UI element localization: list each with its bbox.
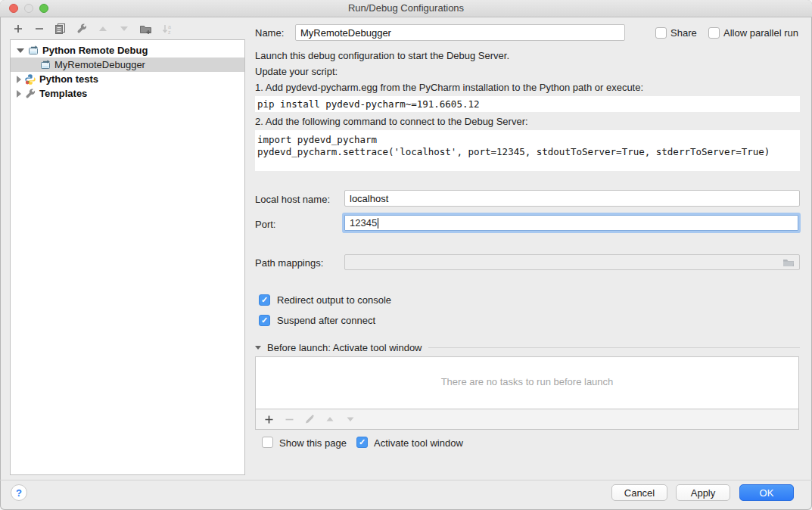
- port-input[interactable]: 12345: [344, 215, 798, 231]
- local-host-name-label: Local host name:: [255, 194, 330, 205]
- chevron-down-icon[interactable]: [255, 346, 261, 350]
- port-value: 12345: [350, 217, 377, 229]
- move-up-icon: [97, 23, 109, 35]
- apply-button[interactable]: Apply: [676, 484, 730, 501]
- check-icon: ✓: [359, 437, 366, 447]
- text-caret: [378, 218, 378, 229]
- move-down-icon: [118, 23, 130, 35]
- allow-parallel-run-label: Allow parallel run: [723, 27, 798, 39]
- move-task-up-icon: [324, 413, 336, 425]
- update-script-text: Update your script:: [255, 66, 338, 77]
- ok-button[interactable]: OK: [739, 484, 794, 501]
- name-input[interactable]: [295, 24, 625, 41]
- redirect-output-checkbox[interactable]: ✓: [259, 294, 270, 306]
- tree-item-label: Templates: [39, 88, 87, 99]
- add-task-icon[interactable]: [263, 413, 275, 425]
- before-launch-toolbar: [255, 409, 799, 430]
- tree-item-label: Python tests: [39, 73, 98, 85]
- show-this-page-label: Show this page: [279, 437, 347, 449]
- allow-parallel-run-checkbox[interactable]: [708, 27, 720, 39]
- python-tests-icon: [24, 73, 36, 86]
- run-debug-configurations-dialog: Run/Debug Configurations: [0, 0, 812, 510]
- remove-task-icon: [283, 413, 295, 425]
- cancel-button-label: Cancel: [624, 487, 655, 499]
- help-button[interactable]: ?: [11, 484, 27, 501]
- sort-configurations-icon: a z: [160, 23, 173, 35]
- path-mappings-input[interactable]: [344, 254, 800, 270]
- path-mappings-label: Path mappings:: [255, 257, 323, 269]
- show-this-page-checkbox[interactable]: [262, 437, 273, 448]
- code-line-1: import pydevd_pycharm: [257, 134, 377, 145]
- remove-icon[interactable]: [33, 23, 45, 35]
- chevron-down-icon[interactable]: [17, 48, 24, 53]
- check-icon: ✓: [261, 316, 268, 325]
- before-launch-section-header[interactable]: Before launch: Activate tool window: [255, 342, 800, 353]
- wrench-icon: [24, 88, 36, 100]
- pip-command-code: pip install pydevd-pycharm~=191.6605.12: [255, 96, 800, 112]
- tree-item-python-remote-debug[interactable]: Python Remote Debug: [11, 43, 244, 58]
- port-label: Port:: [255, 219, 275, 230]
- tree-item-label: Python Remote Debug: [42, 45, 148, 56]
- step2-text: 2. Add the following command to connect …: [255, 116, 528, 127]
- before-launch-title: Before launch: Activate tool window: [267, 342, 422, 353]
- before-launch-task-list[interactable]: There are no tasks to run before launch: [255, 356, 799, 409]
- share-checkbox[interactable]: [655, 27, 667, 39]
- edit-templates-icon[interactable]: [76, 23, 88, 35]
- tree-item-python-tests[interactable]: Python tests: [11, 72, 244, 86]
- step1-text: 1. Add pydevd-pycharm.egg from the PyCha…: [255, 82, 643, 93]
- remote-debug-config-icon: [39, 59, 51, 71]
- description-text: Launch this debug configuration to start…: [255, 50, 509, 61]
- tree-item-label: MyRemoteDebugger: [54, 59, 145, 70]
- suspend-after-connect-checkbox[interactable]: ✓: [259, 315, 270, 326]
- remote-debug-config-icon: [27, 45, 39, 57]
- tree-item-templates[interactable]: Templates: [11, 86, 244, 101]
- edit-task-icon: [303, 413, 316, 425]
- local-host-name-input[interactable]: [344, 190, 800, 207]
- no-tasks-text: There are no tasks to run before launch: [441, 376, 614, 387]
- ok-button-label: OK: [760, 487, 774, 499]
- suspend-after-connect-label: Suspend after connect: [277, 315, 375, 326]
- redirect-output-label: Redirect output to console: [277, 294, 391, 306]
- folder-icon[interactable]: [782, 257, 795, 267]
- configurations-tree: Python Remote Debug MyRemoteDebugger: [10, 39, 245, 475]
- new-folder-icon[interactable]: [139, 23, 151, 35]
- configurations-toolbar: a z: [12, 23, 173, 35]
- settrace-code-block: import pydevd_pycharm pydevd_pycharm.set…: [255, 130, 800, 171]
- footer-divider: [0, 480, 812, 480]
- activate-tool-window-checkbox[interactable]: ✓: [356, 437, 368, 448]
- check-icon: ✓: [261, 295, 268, 305]
- tree-item-myremotedebugger[interactable]: MyRemoteDebugger: [11, 58, 244, 72]
- chevron-right-icon[interactable]: [17, 76, 21, 83]
- title-bar: Run/Debug Configurations: [0, 0, 812, 17]
- share-label: Share: [670, 27, 697, 39]
- svg-text:a: a: [168, 23, 171, 29]
- name-label: Name:: [255, 27, 284, 39]
- chevron-right-icon[interactable]: [17, 90, 21, 98]
- apply-button-label: Apply: [691, 487, 716, 499]
- move-task-down-icon: [344, 413, 356, 425]
- activate-tool-window-label: Activate tool window: [374, 437, 463, 449]
- question-mark-icon: ?: [16, 487, 22, 499]
- section-divider: [428, 347, 800, 348]
- window-title: Run/Debug Configurations: [0, 2, 812, 14]
- add-icon[interactable]: [12, 23, 24, 35]
- copy-configuration-icon[interactable]: [54, 23, 67, 35]
- code-line-2: pydevd_pycharm.settrace('localhost', por…: [257, 146, 770, 157]
- cancel-button[interactable]: Cancel: [611, 484, 667, 501]
- svg-text:z: z: [168, 29, 171, 34]
